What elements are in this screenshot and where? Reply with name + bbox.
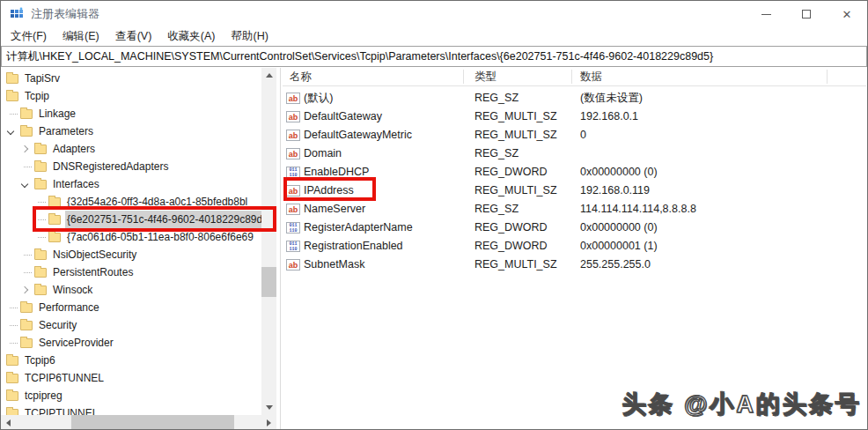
value-name[interactable]: RegisterAdapterName	[304, 221, 413, 234]
folder-icon	[34, 285, 47, 295]
tree-item-label[interactable]: TCPIP6TUNNEL	[23, 369, 106, 387]
vertical-scrollbar-thumb[interactable]	[261, 267, 276, 297]
horizontal-scrollbar-thumb[interactable]	[71, 415, 234, 430]
maximize-button[interactable]	[786, 1, 827, 27]
chevron-expanded-icon[interactable]	[21, 181, 28, 188]
tree-connector-line	[10, 343, 18, 344]
registry-editor-window: 注册表编辑器 ✕ 文件(F)编辑(E)查看(V)收藏夹(A)帮助(H) 计算机\…	[0, 0, 868, 430]
tree-item[interactable]: Parameters	[1, 122, 261, 140]
menu-item[interactable]: 编辑(E)	[55, 27, 107, 46]
scroll-right-arrow-icon[interactable]	[261, 415, 276, 430]
highlight-box-ipaddress	[283, 177, 376, 201]
folder-icon	[48, 233, 61, 242]
column-header[interactable]: 名称	[290, 68, 312, 85]
address-bar[interactable]: 计算机\HKEY_LOCAL_MACHINE\SYSTEM\CurrentCon…	[1, 46, 867, 67]
tree-connector-line	[24, 272, 32, 273]
folder-icon	[34, 180, 47, 189]
tree-vertical-scrollbar[interactable]	[261, 68, 276, 415]
tree-item-label[interactable]: ServiceProvider	[37, 334, 115, 352]
folder-icon	[20, 127, 33, 137]
tree-item[interactable]: TCPIPTUNNEL	[1, 404, 261, 415]
close-button[interactable]: ✕	[827, 1, 867, 27]
tree-item-label[interactable]: NsiObjectSecurity	[51, 246, 138, 263]
tree-item[interactable]: Interfaces	[1, 175, 261, 193]
value-type: REG_SZ	[474, 145, 519, 163]
tree-item[interactable]: PersistentRoutes	[1, 263, 261, 281]
minimize-button[interactable]	[746, 1, 786, 27]
tree-item[interactable]: DNSRegisteredAdapters	[1, 158, 261, 175]
pane-divider[interactable]	[280, 68, 281, 429]
value-row[interactable]: 011110 RegisterAdapterName REG_DWORD 0x0…	[283, 219, 866, 237]
tree-item-label[interactable]: TCPIPTUNNEL	[23, 404, 99, 415]
value-row[interactable]: ab SubnetMask REG_MULTI_SZ 255.255.255.0	[283, 256, 866, 274]
value-row[interactable]: ab DefaultGateway REG_MULTI_SZ 192.168.0…	[283, 108, 866, 126]
value-name[interactable]: DefaultGatewayMetric	[304, 129, 412, 141]
tree-item[interactable]: Adapters	[1, 140, 261, 158]
column-separator[interactable]	[571, 70, 572, 84]
tree-item[interactable]: Winsock	[1, 281, 261, 299]
tree-item-label[interactable]: Tcpip	[23, 87, 51, 105]
value-data: 192.168.0.119	[580, 182, 650, 200]
folder-icon	[6, 374, 18, 383]
menu-item[interactable]: 查看(V)	[107, 27, 160, 46]
value-row[interactable]: 011110 RegistrationEnabled REG_DWORD 0x0…	[283, 237, 866, 256]
menu-item[interactable]: 帮助(H)	[223, 27, 276, 46]
column-header[interactable]: 类型	[474, 68, 497, 85]
folder-icon	[20, 303, 33, 313]
value-name[interactable]: DefaultGateway	[304, 110, 382, 122]
tree-item[interactable]: Security	[1, 316, 261, 334]
tree-item[interactable]: Linkage	[1, 105, 261, 122]
tree-item[interactable]: Tcpip	[1, 87, 261, 105]
tree-item-label[interactable]: PersistentRoutes	[51, 263, 135, 281]
tree-item[interactable]: TapiSrv	[1, 70, 261, 87]
value-row[interactable]: ab NameServer REG_SZ 114.114.114.114,8.8…	[283, 200, 866, 219]
watermark: 头条 @小A的头条号	[622, 389, 862, 420]
chevron-expanded-icon[interactable]	[7, 128, 14, 135]
value-type: REG_MULTI_SZ	[474, 126, 557, 145]
tree-item-label[interactable]: Parameters	[37, 122, 95, 140]
scroll-down-arrow-icon[interactable]	[261, 400, 276, 415]
column-header[interactable]: 数据	[580, 68, 602, 85]
value-name[interactable]: RegistrationEnabled	[304, 240, 403, 252]
tree-item[interactable]: TCPIP6TUNNEL	[1, 369, 261, 387]
tree-item[interactable]: tcpipreg	[1, 387, 261, 404]
value-row[interactable]: ab (默认) REG_SZ (数值未设置)	[283, 89, 866, 108]
chevron-collapsed-icon[interactable]	[21, 145, 28, 152]
tree-item-label[interactable]: tcpipreg	[23, 387, 64, 404]
tree-item-label[interactable]: Interfaces	[51, 175, 101, 193]
tree-item-label[interactable]: Security	[37, 316, 78, 334]
value-data: 0	[580, 126, 586, 145]
scroll-left-arrow-icon[interactable]	[1, 415, 16, 430]
tree-connector-line	[10, 325, 18, 326]
value-name[interactable]: SubnetMask	[304, 258, 364, 271]
tree-item-label[interactable]: Winsock	[51, 281, 94, 299]
tree-item-label[interactable]: Adapters	[51, 140, 97, 158]
tree-item-label[interactable]: Tcpip6	[23, 352, 57, 369]
value-name[interactable]: NameServer	[304, 203, 365, 215]
column-separator[interactable]	[827, 70, 828, 84]
tree-item[interactable]: ServiceProvider	[1, 334, 261, 352]
string-value-icon: ab	[286, 259, 300, 271]
title-bar: 注册表编辑器 ✕	[1, 1, 867, 27]
tree-item[interactable]: Performance	[1, 299, 261, 316]
value-row[interactable]: ab DefaultGatewayMetric REG_MULTI_SZ 0	[283, 126, 866, 145]
tree-item[interactable]: NsiObjectSecurity	[1, 246, 261, 263]
column-separator[interactable]	[463, 70, 464, 84]
window-title: 注册表编辑器	[31, 6, 99, 22]
tree-item[interactable]: Tcpip6	[1, 352, 261, 369]
value-data: 192.168.0.1	[580, 108, 638, 126]
string-value-icon: ab	[286, 148, 300, 159]
tree-item-label[interactable]: Linkage	[37, 105, 77, 122]
chevron-collapsed-icon[interactable]	[21, 286, 28, 293]
value-name[interactable]: EnableDHCP	[304, 166, 369, 178]
menu-item[interactable]: 收藏夹(A)	[159, 27, 223, 46]
tree-horizontal-scrollbar[interactable]	[1, 415, 276, 430]
tree-item-label[interactable]: Performance	[37, 299, 101, 316]
scroll-up-arrow-icon[interactable]	[261, 68, 276, 83]
tree-item-label[interactable]: TapiSrv	[23, 70, 62, 87]
value-row[interactable]: ab Domain REG_SZ	[283, 145, 866, 163]
value-name[interactable]: Domain	[304, 147, 342, 159]
value-name[interactable]: (默认)	[304, 92, 333, 104]
tree-item-label[interactable]: DNSRegisteredAdapters	[51, 158, 170, 175]
menu-item[interactable]: 文件(F)	[3, 27, 55, 46]
